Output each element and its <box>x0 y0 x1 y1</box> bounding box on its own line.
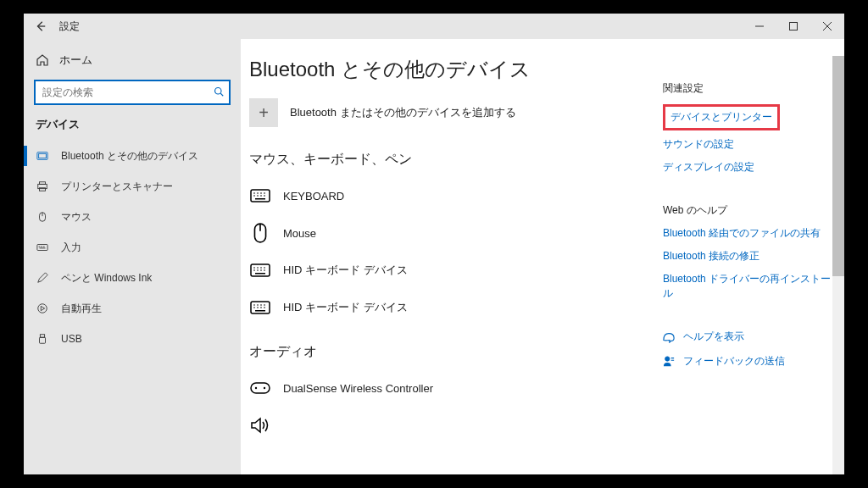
feedback-link[interactable]: フィードバックの送信 <box>663 354 832 369</box>
add-device-button[interactable]: + Bluetooth またはその他のデバイスを追加する <box>249 98 646 127</box>
svg-point-29 <box>264 195 265 197</box>
svg-point-56 <box>665 356 670 360</box>
svg-point-4 <box>215 88 222 95</box>
svg-point-47 <box>264 304 265 306</box>
keyboard-icon <box>249 186 271 205</box>
device-item[interactable] <box>249 407 646 444</box>
link-devices-printers[interactable]: デバイスとプリンター <box>663 104 780 130</box>
close-icon <box>823 22 832 30</box>
keyboard-icon <box>36 241 49 254</box>
svg-point-39 <box>257 269 259 271</box>
sidebar-item-typing[interactable]: 入力 <box>24 232 241 263</box>
link-bt-fileshare[interactable]: Bluetooth 経由でのファイルの共有 <box>663 226 832 241</box>
usb-icon <box>36 332 49 346</box>
svg-point-28 <box>260 195 262 197</box>
svg-point-49 <box>257 307 259 308</box>
related-heading: 関連設定 <box>663 81 832 96</box>
mouse-icon <box>36 210 49 224</box>
nav-label: USB <box>61 333 82 345</box>
svg-rect-13 <box>37 245 47 251</box>
autoplay-icon <box>36 302 49 315</box>
link-bt-driver[interactable]: Bluetooth ドライバーの再インストール <box>663 272 832 301</box>
section-heading-input: マウス、キーボード、ペン <box>249 151 646 169</box>
sidebar-item-autoplay[interactable]: 自動再生 <box>24 293 241 324</box>
svg-point-34 <box>253 267 255 269</box>
pen-icon <box>36 271 49 285</box>
svg-point-44 <box>253 304 255 306</box>
sidebar-item-usb[interactable]: USB <box>24 324 241 354</box>
svg-line-5 <box>220 93 223 96</box>
page-title: Bluetooth とその他のデバイス <box>249 56 646 83</box>
content-area: Bluetooth とその他のデバイス + Bluetooth またはその他のデ… <box>249 56 663 474</box>
svg-rect-53 <box>251 383 270 393</box>
svg-point-50 <box>260 307 262 308</box>
svg-point-23 <box>257 192 259 194</box>
back-button[interactable] <box>24 14 58 39</box>
sidebar-home[interactable]: ホーム <box>24 46 241 75</box>
main-content: Bluetooth とその他のデバイス + Bluetooth またはその他のデ… <box>241 39 844 474</box>
scrollbar[interactable] <box>832 56 844 474</box>
svg-point-22 <box>253 192 255 194</box>
minimize-button[interactable] <box>743 14 776 39</box>
sidebar-item-pen[interactable]: ペンと Windows Ink <box>24 263 241 293</box>
device-item[interactable]: HID キーボード デバイス <box>249 252 646 289</box>
link-sound-settings[interactable]: サウンドの設定 <box>663 137 832 152</box>
device-item[interactable]: DualSense Wireless Controller <box>249 369 646 407</box>
svg-point-18 <box>38 304 47 313</box>
nav-label: 入力 <box>61 241 81 255</box>
plus-icon: + <box>249 98 278 127</box>
bluetooth-icon <box>36 149 49 163</box>
maximize-button[interactable] <box>776 14 810 39</box>
maximize-icon <box>789 22 798 30</box>
svg-rect-9 <box>40 182 46 185</box>
svg-rect-30 <box>255 198 265 200</box>
right-column: 関連設定 デバイスとプリンター サウンドの設定 ディスプレイの設定 Web のヘ… <box>663 56 832 474</box>
sidebar-category-label: デバイス <box>24 105 241 141</box>
search-icon <box>214 85 224 100</box>
device-item[interactable]: HID キーボード デバイス <box>249 289 646 326</box>
link-display-settings[interactable]: ディスプレイの設定 <box>663 160 832 175</box>
speaker-icon <box>249 416 271 435</box>
svg-point-24 <box>260 192 262 194</box>
svg-point-51 <box>264 307 265 308</box>
close-button[interactable] <box>810 14 844 39</box>
device-label: HID キーボード デバイス <box>283 300 408 315</box>
link-bt-fix[interactable]: Bluetooth 接続の修正 <box>663 249 832 263</box>
search-wrap <box>24 75 241 105</box>
device-label: KEYBOARD <box>283 190 344 202</box>
nav-label: マウス <box>61 210 92 225</box>
help-link[interactable]: ヘルプを表示 <box>663 330 832 344</box>
keyboard-icon <box>249 261 271 280</box>
window-body: ホーム デバイス Bluetooth とその他のデバイス プリンターとスキャナー… <box>24 39 844 474</box>
add-device-label: Bluetooth またはその他のデバイスを追加する <box>290 105 516 120</box>
svg-rect-19 <box>40 335 44 338</box>
nav-label: Bluetooth とその他のデバイス <box>61 149 198 164</box>
svg-point-37 <box>264 267 265 269</box>
svg-point-26 <box>253 195 255 197</box>
nav-label: プリンターとスキャナー <box>61 180 173 194</box>
mouse-icon <box>249 224 271 242</box>
search-input[interactable] <box>34 80 231 105</box>
sidebar-item-bluetooth[interactable]: Bluetooth とその他のデバイス <box>24 141 241 171</box>
window-controls <box>743 14 844 39</box>
arrow-left-icon <box>35 20 47 32</box>
device-label: HID キーボード デバイス <box>283 263 408 278</box>
help-label: ヘルプを表示 <box>683 330 744 344</box>
nav-label: ペンと Windows Ink <box>61 271 152 286</box>
nav-label: 自動再生 <box>61 302 102 316</box>
svg-rect-7 <box>39 153 47 158</box>
svg-point-27 <box>257 195 259 197</box>
svg-rect-52 <box>255 310 265 312</box>
keyboard-icon <box>249 298 271 317</box>
window-title: 設定 <box>59 19 80 34</box>
sidebar-item-mouse[interactable]: マウス <box>24 202 241 232</box>
svg-rect-20 <box>40 337 46 343</box>
device-item[interactable]: Mouse <box>249 214 646 252</box>
device-label: DualSense Wireless Controller <box>283 382 433 395</box>
device-item[interactable]: KEYBOARD <box>249 177 646 214</box>
svg-rect-42 <box>255 273 265 274</box>
scrollbar-thumb[interactable] <box>832 56 844 276</box>
gamepad-icon <box>249 379 271 397</box>
sidebar: ホーム デバイス Bluetooth とその他のデバイス プリンターとスキャナー… <box>24 39 241 474</box>
sidebar-item-printers[interactable]: プリンターとスキャナー <box>24 171 241 202</box>
